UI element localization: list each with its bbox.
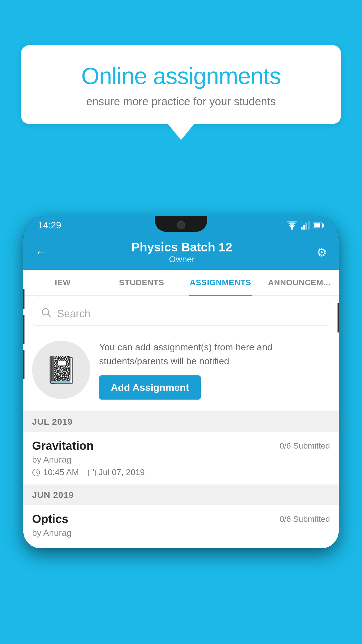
assignment-submitted: 0/6 Submitted <box>280 441 330 451</box>
assignment-item-gravitation[interactable]: Gravitation 0/6 Submitted by Anurag 10:4… <box>23 432 339 485</box>
date-meta: Jul 07, 2019 <box>88 468 145 477</box>
app-content: Search 📓 You can add assignment(s) from … <box>23 296 339 548</box>
page-title: Physics Batch 12 <box>47 240 317 254</box>
assignment-top-row: Gravitation 0/6 Submitted <box>32 439 330 452</box>
svg-rect-9 <box>314 223 320 228</box>
app-header: ← Physics Batch 12 Owner ⚙ <box>23 235 339 270</box>
month-header-jul: JUL 2019 <box>23 412 339 432</box>
phone-notch <box>155 216 207 232</box>
search-bar-wrapper: Search <box>23 296 339 331</box>
battery-icon <box>313 222 324 229</box>
svg-rect-16 <box>88 470 95 476</box>
assignment-by-optics: by Anurag <box>32 528 330 538</box>
assignment-submitted-optics: 0/6 Submitted <box>280 514 330 524</box>
status-icons <box>287 221 324 230</box>
assignment-top-row-optics: Optics 0/6 Submitted <box>32 512 330 526</box>
signal-icon <box>301 221 310 230</box>
search-icon <box>41 307 51 320</box>
assignment-time: 10:45 AM <box>43 468 79 477</box>
phone-frame: 14:29 <box>23 216 339 548</box>
svg-point-3 <box>291 228 293 230</box>
clock-icon <box>32 468 40 477</box>
svg-rect-5 <box>303 225 305 230</box>
time-meta: 10:45 AM <box>32 468 79 477</box>
promo-subtitle: ensure more practice for your students <box>41 95 321 108</box>
tab-students[interactable]: STUDENTS <box>102 270 181 295</box>
speech-bubble: Online assignments ensure more practice … <box>21 45 341 124</box>
add-assignment-button[interactable]: Add Assignment <box>99 375 201 400</box>
speech-bubble-arrow <box>168 124 194 140</box>
search-bar[interactable]: Search <box>32 302 330 326</box>
promo-text-block: You can add assignment(s) from here and … <box>99 340 330 400</box>
svg-line-12 <box>48 314 51 317</box>
silent-button <box>23 350 24 379</box>
notebook-icon: 📓 <box>45 355 78 385</box>
power-button <box>338 303 339 332</box>
settings-button[interactable]: ⚙ <box>317 246 327 259</box>
assignment-date: Jul 07, 2019 <box>99 468 145 477</box>
assignment-name-optics: Optics <box>32 512 68 526</box>
promo-title: Online assignments <box>41 63 321 90</box>
svg-rect-6 <box>305 223 307 230</box>
promo-description: You can add assignment(s) from here and … <box>99 340 330 368</box>
phone-frame-wrapper: 14:29 <box>23 216 339 644</box>
front-camera <box>177 221 185 229</box>
back-button[interactable]: ← <box>35 245 47 259</box>
tab-announcements[interactable]: ANNOUNCEM... <box>260 270 339 295</box>
assignment-item-optics[interactable]: Optics 0/6 Submitted by Anurag <box>23 505 339 548</box>
svg-rect-4 <box>301 227 303 230</box>
wifi-icon <box>287 221 297 230</box>
assignment-meta: 10:45 AM Jul 07, 2019 <box>32 468 330 477</box>
tabs-bar: IEW STUDENTS ASSIGNMENTS ANNOUNCEM... <box>23 270 339 296</box>
header-title-block: Physics Batch 12 Owner <box>47 240 317 264</box>
calendar-icon <box>88 468 96 477</box>
assignment-name: Gravitation <box>32 439 94 452</box>
svg-line-15 <box>36 473 38 473</box>
promo-icon-circle: 📓 <box>32 341 90 399</box>
status-time: 14:29 <box>38 220 61 231</box>
promo-section: 📓 You can add assignment(s) from here an… <box>23 331 339 412</box>
svg-rect-7 <box>308 221 310 230</box>
promo-card: Online assignments ensure more practice … <box>21 45 341 140</box>
search-input[interactable]: Search <box>57 308 90 320</box>
svg-rect-10 <box>323 224 324 227</box>
volume-down-button <box>23 315 24 344</box>
assignment-by: by Anurag <box>32 455 330 465</box>
month-header-jun: JUN 2019 <box>23 485 339 505</box>
page-subtitle: Owner <box>47 254 317 264</box>
tab-iew[interactable]: IEW <box>23 270 102 295</box>
tab-assignments[interactable]: ASSIGNMENTS <box>181 270 260 295</box>
